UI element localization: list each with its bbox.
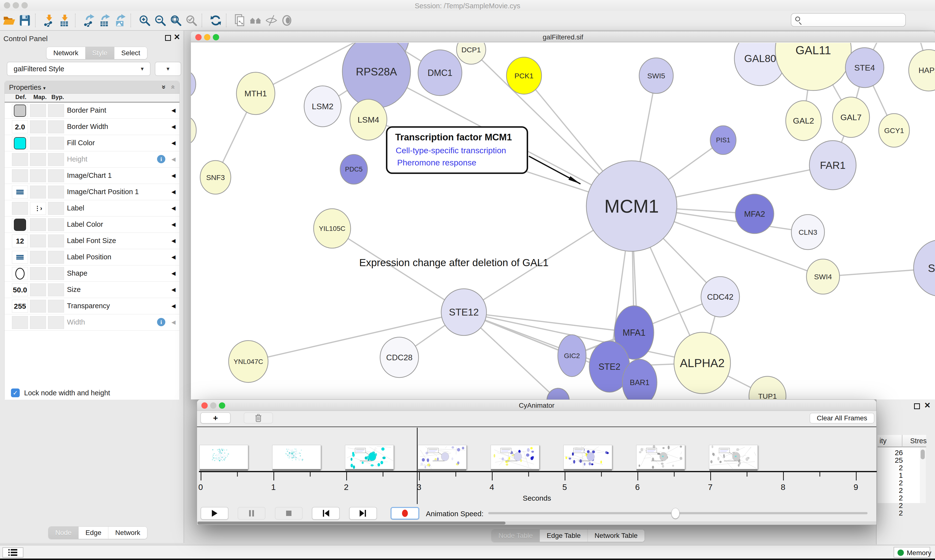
network-node-rps28a[interactable]: RPS28A bbox=[343, 43, 410, 108]
open-session-button[interactable] bbox=[2, 13, 17, 28]
import-network-button[interactable] bbox=[42, 13, 57, 28]
animation-speed-slider[interactable] bbox=[488, 512, 867, 514]
network-node-gal2[interactable]: GAL2 bbox=[786, 101, 821, 141]
property-row-border-paint[interactable]: Border Paint◀ bbox=[5, 102, 179, 119]
property-row-height[interactable]: Heighti◀ bbox=[5, 151, 179, 168]
network-node-swi4[interactable]: SWI4 bbox=[807, 259, 839, 294]
property-row-width[interactable]: Widthi◀ bbox=[5, 314, 179, 331]
expand-property-icon[interactable]: ◀ bbox=[171, 222, 176, 228]
network-node-mcm1[interactable]: MCM1 bbox=[586, 161, 677, 251]
tab-style[interactable]: Style bbox=[85, 47, 114, 59]
zoom-in-button[interactable] bbox=[137, 13, 153, 28]
search-input[interactable] bbox=[791, 13, 906, 27]
network-node-cdc42[interactable]: CDC42 bbox=[701, 277, 739, 317]
close-panel-icon[interactable]: ✕ bbox=[924, 402, 930, 408]
zoom-fit-button[interactable] bbox=[168, 13, 184, 28]
stop-button[interactable] bbox=[275, 507, 302, 520]
expand-property-icon[interactable]: ◀ bbox=[171, 189, 176, 195]
network-node-ste4[interactable]: STE4 bbox=[846, 48, 884, 88]
annotation-link-1[interactable]: Cell-type-specific transcription bbox=[396, 146, 506, 155]
task-history-button[interactable] bbox=[2, 547, 23, 558]
expand-property-icon[interactable]: ◀ bbox=[171, 107, 176, 114]
animation-timeline[interactable]: 0123456789 Seconds bbox=[197, 427, 876, 506]
network-node-gal7[interactable]: GAL7 bbox=[833, 97, 870, 137]
property-row-label[interactable]: ⋮›Label◀ bbox=[5, 200, 179, 217]
network-node-gic2[interactable]: GIC2 bbox=[558, 335, 586, 377]
tab-select[interactable]: Select bbox=[114, 47, 147, 59]
property-row-label-color[interactable]: Label Color◀ bbox=[5, 217, 179, 233]
property-row-size[interactable]: 50.0Size◀ bbox=[5, 282, 179, 298]
skip-to-start-button[interactable] bbox=[312, 507, 339, 520]
network-node-pis1[interactable]: PIS1 bbox=[710, 126, 736, 154]
network-node-yil105c[interactable]: YIL105C bbox=[313, 209, 350, 248]
property-row-shape[interactable]: Shape◀ bbox=[5, 265, 179, 282]
expand-property-icon[interactable]: ◀ bbox=[171, 140, 176, 146]
clear-all-frames-button[interactable]: Clear All Frames bbox=[810, 413, 874, 423]
play-button[interactable] bbox=[201, 507, 228, 520]
network-node-mth1[interactable]: MTH1 bbox=[236, 72, 275, 115]
network-node-cut[interactable] bbox=[191, 72, 196, 97]
network-node-gal11[interactable]: GAL11 bbox=[775, 43, 851, 91]
network-node-dcp1[interactable]: DCP1 bbox=[457, 43, 486, 64]
table-scrollbar[interactable] bbox=[920, 448, 926, 503]
table-tab-edge-table[interactable]: Edge Table bbox=[540, 529, 588, 542]
network-node-pdc5[interactable]: PDC5 bbox=[340, 154, 367, 184]
network-node-tup1[interactable]: TUP1 bbox=[749, 376, 786, 400]
network-node-ste12[interactable]: STE12 bbox=[441, 289, 486, 335]
expand-property-icon[interactable]: ◀ bbox=[171, 286, 176, 293]
export-network-button[interactable] bbox=[81, 13, 97, 28]
frame-thumbnail-5s[interactable] bbox=[563, 445, 612, 469]
export-table-button[interactable] bbox=[97, 13, 113, 28]
expand-property-icon[interactable]: ◀ bbox=[171, 205, 176, 211]
network-node-dmc1[interactable]: DMC1 bbox=[418, 50, 462, 95]
export-image-button[interactable] bbox=[113, 13, 128, 28]
frame-thumbnail-7s[interactable] bbox=[709, 445, 758, 469]
record-button[interactable] bbox=[390, 507, 419, 520]
network-node-bar1[interactable]: BAR1 bbox=[622, 359, 657, 400]
apply-layout-button[interactable] bbox=[208, 13, 224, 28]
network-node-pck1[interactable]: PCK1 bbox=[506, 57, 542, 94]
save-session-button[interactable] bbox=[17, 13, 32, 28]
expand-property-icon[interactable]: ◀ bbox=[171, 319, 176, 326]
frame-thumbnail-6s[interactable] bbox=[636, 445, 685, 469]
network-node-hap2[interactable]: HAP2 bbox=[909, 50, 935, 91]
hide-selected-button[interactable] bbox=[264, 13, 279, 28]
network-node-alpha2[interactable]: ALPHA2 bbox=[674, 332, 730, 394]
collapse-all-icon[interactable]: « bbox=[170, 85, 178, 89]
table-tab-node-table[interactable]: Node Table bbox=[492, 529, 540, 542]
network-node-slt2[interactable]: SLT2 bbox=[913, 240, 935, 296]
frame-thumbnail-1s[interactable] bbox=[272, 445, 321, 469]
property-row-fill-color[interactable]: Fill Color◀ bbox=[5, 135, 179, 151]
panel-tab-edge[interactable]: Edge bbox=[79, 527, 108, 539]
frame-thumbnail-0s[interactable] bbox=[199, 445, 248, 469]
expand-property-icon[interactable]: ◀ bbox=[171, 172, 176, 179]
speed-slider-thumb[interactable] bbox=[671, 508, 680, 518]
cyanimator-titlebar[interactable]: CyAnimator bbox=[197, 400, 876, 411]
style-select[interactable]: galFiltered Style ▼ bbox=[7, 62, 150, 76]
close-panel-icon[interactable]: ✕ bbox=[174, 34, 180, 40]
network-node-cut[interactable] bbox=[191, 117, 196, 144]
table-rows[interactable]: 26252122222 bbox=[878, 448, 920, 503]
network-node-cdc28[interactable]: CDC28 bbox=[380, 337, 418, 378]
duplicate-network-button[interactable] bbox=[232, 13, 248, 28]
network-node-gcy1[interactable]: GCY1 bbox=[879, 114, 909, 147]
add-frame-button[interactable]: + bbox=[201, 412, 231, 423]
network-node-mfa2[interactable]: MFA2 bbox=[735, 194, 774, 234]
property-row-label-font-size[interactable]: 12Label Font Size◀ bbox=[5, 233, 179, 249]
expand-property-icon[interactable]: ◀ bbox=[171, 303, 176, 309]
network-window-titlebar[interactable]: galFiltered.sif bbox=[191, 32, 935, 42]
memory-button[interactable]: Memory bbox=[893, 547, 930, 558]
expand-all-icon[interactable]: » bbox=[160, 85, 168, 89]
delete-frame-button[interactable] bbox=[244, 412, 273, 423]
frame-thumbnail-3s[interactable] bbox=[418, 445, 466, 469]
float-panel-icon[interactable] bbox=[914, 403, 920, 409]
table-tab-network-table[interactable]: Network Table bbox=[588, 529, 645, 542]
expand-property-icon[interactable]: ◀ bbox=[171, 270, 176, 277]
property-row-transparency[interactable]: 255Transparency◀ bbox=[5, 298, 179, 314]
import-table-button[interactable] bbox=[57, 13, 73, 28]
property-row-label-position[interactable]: Label Position◀ bbox=[5, 249, 179, 265]
expand-property-icon[interactable]: ◀ bbox=[171, 254, 176, 260]
frame-thumbnail-2s[interactable] bbox=[345, 445, 394, 469]
float-panel-icon[interactable] bbox=[165, 35, 171, 41]
show-all-button[interactable] bbox=[279, 13, 295, 28]
